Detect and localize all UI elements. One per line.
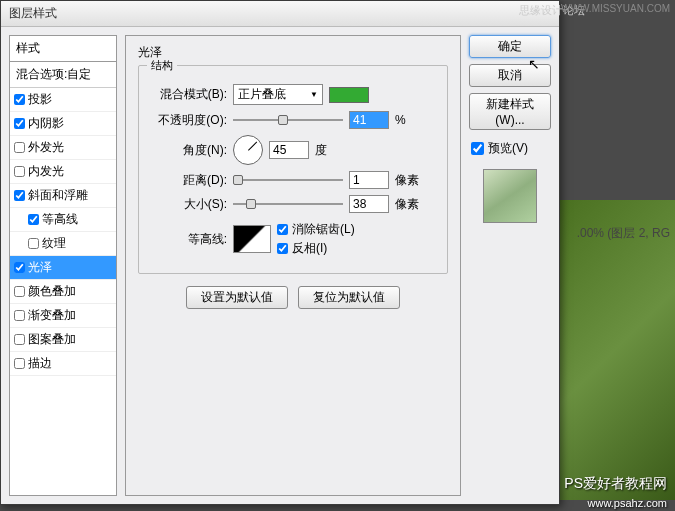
background-photo (555, 200, 675, 500)
style-checkbox[interactable] (28, 214, 39, 225)
styles-list-panel: 样式 混合选项:自定 投影内阴影外发光内发光斜面和浮雕等高线纹理光泽颜色叠加渐变… (9, 35, 117, 496)
style-item-6[interactable]: 纹理 (10, 232, 116, 256)
bg-doc-title: .00% (图层 2, RG (577, 225, 670, 242)
style-checkbox[interactable] (14, 262, 25, 273)
set-default-button[interactable]: 设置为默认值 (186, 286, 288, 309)
angle-unit: 度 (315, 142, 327, 159)
size-unit: 像素 (395, 196, 419, 213)
size-slider[interactable] (233, 197, 343, 211)
distance-unit: 像素 (395, 172, 419, 189)
style-checkbox[interactable] (14, 166, 25, 177)
opacity-input[interactable]: 41 (349, 111, 389, 129)
cursor-icon: ↖ (528, 56, 540, 72)
styles-header[interactable]: 样式 (10, 36, 116, 62)
structure-group: 结构 混合模式(B): 正片叠底 ▼ 不透明度(O): 41 % (138, 65, 448, 274)
style-item-3[interactable]: 内发光 (10, 160, 116, 184)
contour-label: 等高线: (147, 231, 227, 248)
style-item-9[interactable]: 渐变叠加 (10, 304, 116, 328)
layer-style-dialog: 图层样式 样式 混合选项:自定 投影内阴影外发光内发光斜面和浮雕等高线纹理光泽颜… (0, 0, 560, 505)
distance-slider[interactable] (233, 173, 343, 187)
opacity-slider[interactable] (233, 113, 343, 127)
style-label: 内发光 (28, 163, 64, 180)
style-checkbox[interactable] (28, 238, 39, 249)
watermark-bottom-url: www.psahz.com (588, 497, 667, 509)
style-label: 斜面和浮雕 (28, 187, 88, 204)
watermark-top-url: WWW.MISSYUAN.COM (561, 3, 670, 14)
style-checkbox[interactable] (14, 118, 25, 129)
section-title: 光泽 (138, 44, 448, 61)
style-item-2[interactable]: 外发光 (10, 136, 116, 160)
style-label: 投影 (28, 91, 52, 108)
style-label: 外发光 (28, 139, 64, 156)
style-label: 光泽 (28, 259, 52, 276)
style-item-10[interactable]: 图案叠加 (10, 328, 116, 352)
style-checkbox[interactable] (14, 286, 25, 297)
angle-dial[interactable] (233, 135, 263, 165)
style-item-11[interactable]: 描边 (10, 352, 116, 376)
dialog-title: 图层样式 (9, 5, 57, 22)
watermark-bottom: PS爱好者教程网 (564, 475, 667, 493)
angle-input[interactable]: 45 (269, 141, 309, 159)
style-label: 等高线 (42, 211, 78, 228)
style-label: 图案叠加 (28, 331, 76, 348)
opacity-unit: % (395, 113, 406, 127)
size-input[interactable]: 38 (349, 195, 389, 213)
style-checkbox[interactable] (14, 334, 25, 345)
angle-label: 角度(N): (147, 142, 227, 159)
titlebar[interactable]: 图层样式 (1, 1, 559, 27)
size-label: 大小(S): (147, 196, 227, 213)
group-title: 结构 (147, 58, 177, 73)
style-item-5[interactable]: 等高线 (10, 208, 116, 232)
blend-mode-label: 混合模式(B): (147, 86, 227, 103)
preview-label: 预览(V) (488, 140, 528, 157)
opacity-label: 不透明度(O): (147, 112, 227, 129)
blend-mode-dropdown[interactable]: 正片叠底 ▼ (233, 84, 323, 105)
invert-label: 反相(I) (292, 240, 327, 257)
style-checkbox[interactable] (14, 358, 25, 369)
style-item-0[interactable]: 投影 (10, 88, 116, 112)
style-item-1[interactable]: 内阴影 (10, 112, 116, 136)
antialias-checkbox[interactable] (277, 224, 288, 235)
dialog-buttons: 确定 取消 新建样式(W)... 预览(V) (469, 35, 551, 496)
blend-options-header[interactable]: 混合选项:自定 (10, 62, 116, 88)
contour-picker[interactable] (233, 225, 271, 253)
blend-mode-value: 正片叠底 (238, 86, 286, 103)
style-checkbox[interactable] (14, 310, 25, 321)
style-label: 颜色叠加 (28, 283, 76, 300)
distance-input[interactable]: 1 (349, 171, 389, 189)
style-checkbox[interactable] (14, 190, 25, 201)
style-label: 纹理 (42, 235, 66, 252)
style-label: 渐变叠加 (28, 307, 76, 324)
invert-checkbox[interactable] (277, 243, 288, 254)
distance-label: 距离(D): (147, 172, 227, 189)
preview-swatch (483, 169, 537, 223)
color-swatch[interactable] (329, 87, 369, 103)
style-item-4[interactable]: 斜面和浮雕 (10, 184, 116, 208)
style-label: 描边 (28, 355, 52, 372)
style-item-8[interactable]: 颜色叠加 (10, 280, 116, 304)
style-checkbox[interactable] (14, 142, 25, 153)
style-checkbox[interactable] (14, 94, 25, 105)
ok-button[interactable]: 确定 (469, 35, 551, 58)
settings-panel: 光泽 结构 混合模式(B): 正片叠底 ▼ 不透明度(O): 41 (125, 35, 461, 496)
new-style-button[interactable]: 新建样式(W)... (469, 93, 551, 130)
chevron-down-icon: ▼ (310, 90, 318, 99)
reset-default-button[interactable]: 复位为默认值 (298, 286, 400, 309)
style-item-7[interactable]: 光泽 (10, 256, 116, 280)
antialias-label: 消除锯齿(L) (292, 221, 355, 238)
style-label: 内阴影 (28, 115, 64, 132)
preview-checkbox[interactable] (471, 142, 484, 155)
